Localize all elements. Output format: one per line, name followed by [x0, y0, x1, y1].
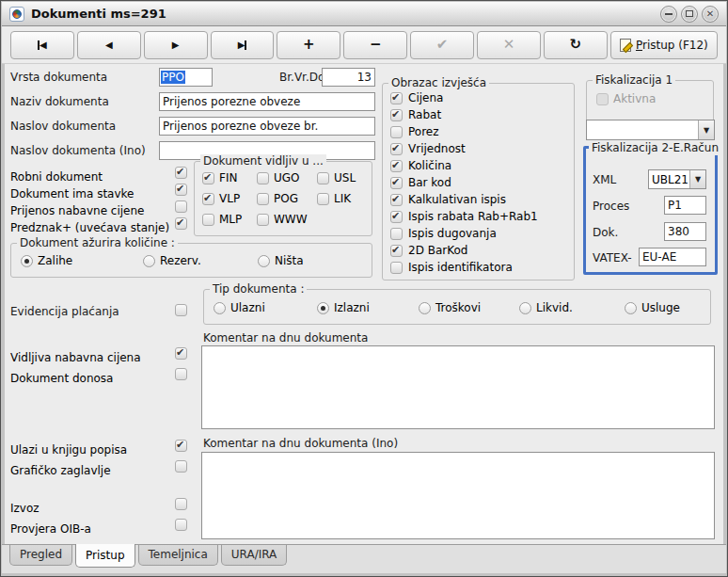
tab-pristup[interactable]: Pristup — [75, 544, 135, 568]
vidljiv-fin-item: FIN — [202, 171, 257, 184]
mlp-checkbox[interactable] — [202, 214, 214, 226]
rabat-checkbox[interactable] — [390, 109, 403, 121]
delete-record-button[interactable]: − — [343, 31, 407, 59]
vidljiv-lik-item: LIK — [317, 192, 366, 205]
naslov-dokumenta-input[interactable] — [159, 117, 375, 136]
last-record-button[interactable]: ▶ — [211, 31, 275, 59]
izlazni-radio[interactable] — [317, 302, 329, 314]
provjera-oib-checkbox[interactable] — [175, 519, 187, 531]
prijenos-nabavne-cijene-checkbox[interactable] — [175, 200, 187, 213]
zalihe-option: Zalihe — [21, 254, 72, 267]
vrsta-selected-text: PPO — [161, 71, 185, 84]
vlp-checkbox[interactable] — [202, 193, 214, 205]
zalihe-radio[interactable] — [21, 255, 33, 267]
dok-input[interactable] — [664, 222, 706, 241]
dokument-ima-stavke-checkbox[interactable] — [175, 184, 187, 196]
usluge-option: Usluge — [625, 301, 680, 314]
vidljiva-nabavna-row: Vidljiva nabavna cijena — [10, 347, 187, 361]
close-icon: ✕ — [706, 9, 714, 19]
likvid-radio[interactable] — [519, 302, 531, 314]
provjera-oib-label: Provjera OIB-a — [10, 522, 91, 536]
troskovi-radio[interactable] — [419, 302, 431, 314]
cijena-checkbox[interactable] — [390, 92, 403, 104]
refresh-button[interactable]: ↻ — [544, 31, 608, 59]
nista-radio[interactable] — [258, 255, 270, 267]
next-record-button[interactable]: ▶ — [144, 31, 208, 59]
dokument-ima-stavke-row: Dokument ima stavke — [10, 184, 187, 198]
vidljiva-nabavna-checkbox[interactable] — [175, 347, 187, 360]
fiskalizacija1-combobox[interactable]: ▼ — [586, 120, 715, 140]
aktivna-label: Aktivna — [613, 92, 656, 105]
predznak-checkbox[interactable] — [175, 217, 187, 230]
add-record-button[interactable]: + — [277, 31, 340, 59]
vrijednost-checkbox[interactable] — [390, 143, 403, 155]
vrsta-dokumenta-input[interactable]: PPO — [159, 68, 213, 87]
proces-input[interactable] — [664, 196, 706, 215]
kalkulativan-checkbox[interactable] — [390, 194, 403, 206]
chevron-down-icon[interactable]: ▼ — [689, 170, 705, 188]
chevron-down-icon[interactable]: ▼ — [698, 120, 714, 139]
rezerv-radio[interactable] — [143, 255, 155, 267]
tab-pregled[interactable]: Pregled — [9, 545, 72, 566]
proces-label: Proces — [593, 200, 629, 214]
komentar-textarea[interactable] — [201, 345, 715, 429]
ugo-label: UGO — [274, 171, 300, 184]
ulazni-radio[interactable] — [214, 302, 226, 314]
brvrdok-input[interactable] — [322, 68, 375, 87]
pog-checkbox[interactable] — [257, 193, 269, 205]
ispis-dugovanja-item: Ispis dugovanja — [390, 225, 570, 242]
vatex-input[interactable] — [639, 248, 706, 266]
fin-checkbox[interactable] — [202, 172, 214, 184]
barkod-2d-checkbox[interactable] — [390, 245, 403, 257]
xml-combobox[interactable]: UBL21 ▼ — [648, 169, 706, 189]
www-checkbox[interactable] — [257, 214, 269, 226]
robni-dokument-checkbox[interactable] — [175, 167, 187, 179]
ispis-rabata-item: Ispis rabata Rab+Rab1 — [390, 208, 570, 225]
first-record-button[interactable]: ◀ — [10, 31, 74, 59]
ispis-rabata-checkbox[interactable] — [390, 211, 403, 223]
fiskalizacija2-groupbox: Fiskalizacija 2-E.Račun XML UBL21 ▼ Proc… — [583, 146, 718, 275]
fiskalizacija2-title: Fiskalizacija 2-E.Račun — [589, 141, 721, 155]
document-edit-icon — [620, 39, 631, 52]
usl-checkbox[interactable] — [317, 172, 329, 184]
maximize-button[interactable] — [681, 6, 698, 23]
ispis-dugovanja-checkbox[interactable] — [390, 228, 403, 240]
usluge-radio[interactable] — [625, 302, 637, 314]
dokument-donosa-checkbox[interactable] — [175, 368, 187, 380]
refresh-icon: ↻ — [570, 38, 582, 52]
predznak-label: Predznak+ (uvećava stanje) — [10, 221, 169, 234]
evidencija-placanja-checkbox[interactable] — [175, 304, 187, 316]
barkod-checkbox[interactable] — [390, 177, 403, 189]
dok-label: Dok. — [593, 226, 618, 240]
komentar-ino-textarea[interactable] — [201, 452, 715, 539]
kolicina-checkbox[interactable] — [390, 160, 403, 172]
prijenos-nabavne-cijene-label: Prijenos nabavne cijene — [10, 204, 145, 217]
previous-record-button[interactable]: ◀ — [77, 31, 141, 59]
tab-ura-ira[interactable]: URA/IRA — [221, 545, 288, 566]
window-title: Dokumenti ms=291 — [31, 7, 166, 21]
vidljiv-mlp-item: MLP — [202, 213, 257, 226]
ispis-identifikatora-checkbox[interactable] — [390, 262, 403, 274]
naziv-dokumenta-input[interactable] — [159, 92, 375, 111]
usl-label: USL — [334, 171, 356, 184]
tip-dokumenta-title: Tip dokumenta : — [210, 282, 307, 297]
ulazi-knjigu-checkbox[interactable] — [175, 440, 187, 452]
graficko-zaglavlje-checkbox[interactable] — [175, 460, 187, 473]
komentar-ino-label: Komentar na dnu dokumenta (Ino) — [203, 437, 398, 451]
pristup-button[interactable]: Pristup (F12) — [610, 31, 718, 59]
app-icon — [9, 7, 24, 22]
porez-checkbox[interactable] — [390, 126, 403, 138]
robni-dokument-row: Robni dokument — [10, 167, 187, 181]
close-button[interactable]: ✕ — [702, 6, 719, 23]
pristup-shortcut-letter: P — [636, 39, 642, 52]
rabat-label: Rabat — [408, 108, 441, 121]
minimize-button[interactable] — [660, 6, 677, 23]
naslov-ino-label: Naslov dokumenta (Ino) — [10, 144, 146, 158]
aktivna-checkbox — [596, 93, 609, 105]
likvid-label: Likvid. — [536, 301, 573, 314]
ugo-checkbox[interactable] — [257, 172, 269, 184]
ispis-identifikatora-item: Ispis identifikatora — [390, 259, 570, 276]
izvoz-checkbox[interactable] — [175, 498, 187, 510]
tab-temeljnica[interactable]: Temeljnica — [138, 545, 218, 566]
lik-checkbox[interactable] — [317, 193, 329, 205]
